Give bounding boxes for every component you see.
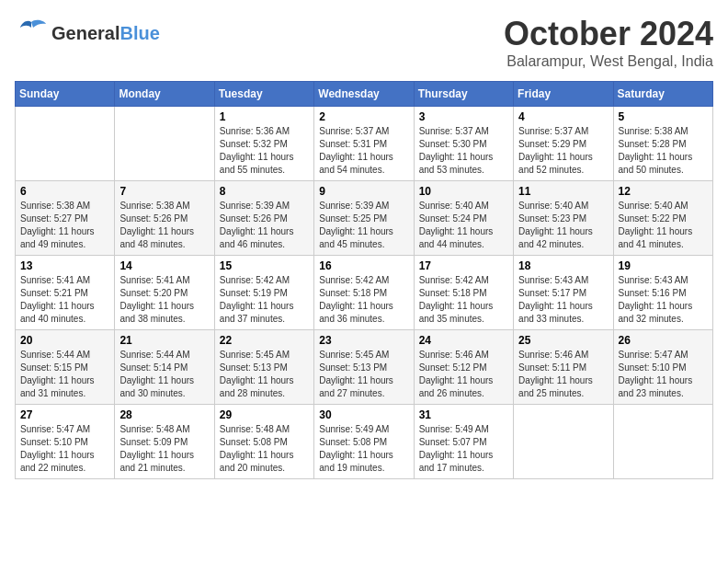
cell-info: Sunrise: 5:41 AMSunset: 5:20 PMDaylight:…	[119, 274, 209, 326]
calendar-cell: 9Sunrise: 5:39 AMSunset: 5:25 PMDaylight…	[314, 181, 414, 256]
cell-info: Sunrise: 5:48 AMSunset: 5:09 PMDaylight:…	[119, 423, 209, 475]
cell-info: Sunrise: 5:40 AMSunset: 5:23 PMDaylight:…	[518, 200, 608, 251]
cell-info: Sunrise: 5:38 AMSunset: 5:27 PMDaylight:…	[20, 200, 109, 251]
calendar-cell: 6Sunrise: 5:38 AMSunset: 5:27 PMDaylight…	[16, 181, 115, 256]
day-number: 2	[319, 110, 408, 123]
cell-info: Sunrise: 5:40 AMSunset: 5:22 PMDaylight:…	[619, 200, 708, 251]
calendar-cell: 15Sunrise: 5:42 AMSunset: 5:19 PMDayligh…	[214, 256, 313, 330]
calendar-cell: 25Sunrise: 5:46 AMSunset: 5:11 PMDayligh…	[514, 330, 613, 405]
calendar-cell	[613, 405, 712, 479]
calendar-week-row: 13Sunrise: 5:41 AMSunset: 5:21 PMDayligh…	[16, 256, 713, 330]
cell-info: Sunrise: 5:40 AMSunset: 5:24 PMDaylight:…	[419, 200, 508, 251]
day-number: 6	[20, 185, 109, 198]
cell-info: Sunrise: 5:46 AMSunset: 5:12 PMDaylight:…	[419, 349, 508, 400]
calendar-week-row: 27Sunrise: 5:47 AMSunset: 5:10 PMDayligh…	[16, 405, 713, 479]
title-area: October 2024 Balarampur, West Bengal, In…	[504, 15, 713, 70]
calendar-cell: 14Sunrise: 5:41 AMSunset: 5:20 PMDayligh…	[115, 256, 214, 330]
calendar-cell: 16Sunrise: 5:42 AMSunset: 5:18 PMDayligh…	[314, 256, 414, 330]
weekday-header-wednesday: Wednesday	[314, 82, 414, 107]
calendar-cell: 24Sunrise: 5:46 AMSunset: 5:12 PMDayligh…	[414, 330, 513, 405]
page-header: GeneralBlue October 2024 Balarampur, Wes…	[15, 15, 713, 70]
day-number: 29	[220, 408, 309, 421]
cell-info: Sunrise: 5:37 AMSunset: 5:31 PMDaylight:…	[319, 125, 408, 177]
day-number: 13	[20, 259, 109, 272]
day-number: 27	[20, 408, 109, 421]
day-number: 7	[119, 185, 209, 198]
calendar-cell: 5Sunrise: 5:38 AMSunset: 5:28 PMDaylight…	[613, 107, 712, 181]
logo-general: General	[51, 23, 119, 43]
calendar-table: SundayMondayTuesdayWednesdayThursdayFrid…	[15, 81, 713, 479]
day-number: 4	[518, 110, 608, 123]
cell-info: Sunrise: 5:42 AMSunset: 5:18 PMDaylight:…	[419, 274, 508, 326]
day-number: 15	[220, 259, 309, 272]
calendar-cell: 30Sunrise: 5:49 AMSunset: 5:08 PMDayligh…	[314, 405, 414, 479]
calendar-cell: 12Sunrise: 5:40 AMSunset: 5:22 PMDayligh…	[613, 181, 712, 256]
day-number: 5	[619, 110, 708, 123]
calendar-cell: 4Sunrise: 5:37 AMSunset: 5:29 PMDaylight…	[514, 107, 613, 181]
logo: GeneralBlue	[15, 15, 160, 52]
calendar-cell: 3Sunrise: 5:37 AMSunset: 5:30 PMDaylight…	[414, 107, 513, 181]
day-number: 24	[419, 334, 508, 347]
calendar-cell: 10Sunrise: 5:40 AMSunset: 5:24 PMDayligh…	[414, 181, 513, 256]
cell-info: Sunrise: 5:37 AMSunset: 5:29 PMDaylight:…	[518, 125, 608, 177]
cell-info: Sunrise: 5:42 AMSunset: 5:19 PMDaylight:…	[220, 274, 309, 326]
day-number: 8	[220, 185, 309, 198]
cell-info: Sunrise: 5:47 AMSunset: 5:10 PMDaylight:…	[20, 423, 109, 475]
calendar-cell: 13Sunrise: 5:41 AMSunset: 5:21 PMDayligh…	[16, 256, 115, 330]
day-number: 20	[20, 334, 109, 347]
calendar-cell: 11Sunrise: 5:40 AMSunset: 5:23 PMDayligh…	[514, 181, 613, 256]
cell-info: Sunrise: 5:48 AMSunset: 5:08 PMDaylight:…	[220, 423, 309, 475]
day-number: 21	[119, 334, 209, 347]
cell-info: Sunrise: 5:38 AMSunset: 5:26 PMDaylight:…	[119, 200, 209, 251]
calendar-week-row: 1Sunrise: 5:36 AMSunset: 5:32 PMDaylight…	[16, 107, 713, 181]
day-number: 10	[419, 185, 508, 198]
day-number: 9	[319, 185, 408, 198]
day-number: 11	[518, 185, 608, 198]
cell-info: Sunrise: 5:44 AMSunset: 5:15 PMDaylight:…	[20, 349, 109, 400]
day-number: 17	[419, 259, 508, 272]
calendar-cell: 2Sunrise: 5:37 AMSunset: 5:31 PMDaylight…	[314, 107, 414, 181]
calendar-cell: 23Sunrise: 5:45 AMSunset: 5:13 PMDayligh…	[314, 330, 414, 405]
calendar-cell	[514, 405, 613, 479]
calendar-cell: 20Sunrise: 5:44 AMSunset: 5:15 PMDayligh…	[16, 330, 115, 405]
weekday-header-monday: Monday	[115, 82, 214, 107]
day-number: 3	[419, 110, 508, 123]
day-number: 19	[619, 259, 708, 272]
calendar-cell: 31Sunrise: 5:49 AMSunset: 5:07 PMDayligh…	[414, 405, 513, 479]
calendar-cell: 17Sunrise: 5:42 AMSunset: 5:18 PMDayligh…	[414, 256, 513, 330]
calendar-cell: 22Sunrise: 5:45 AMSunset: 5:13 PMDayligh…	[214, 330, 313, 405]
day-number: 30	[319, 408, 408, 421]
calendar-cell: 1Sunrise: 5:36 AMSunset: 5:32 PMDaylight…	[214, 107, 313, 181]
day-number: 12	[619, 185, 708, 198]
weekday-header-thursday: Thursday	[414, 82, 513, 107]
logo-icon	[15, 15, 48, 52]
cell-info: Sunrise: 5:43 AMSunset: 5:16 PMDaylight:…	[619, 274, 708, 326]
cell-info: Sunrise: 5:46 AMSunset: 5:11 PMDaylight:…	[518, 349, 608, 400]
calendar-cell: 29Sunrise: 5:48 AMSunset: 5:08 PMDayligh…	[214, 405, 313, 479]
cell-info: Sunrise: 5:45 AMSunset: 5:13 PMDaylight:…	[220, 349, 309, 400]
cell-info: Sunrise: 5:38 AMSunset: 5:28 PMDaylight:…	[619, 125, 708, 177]
cell-info: Sunrise: 5:36 AMSunset: 5:32 PMDaylight:…	[220, 125, 309, 177]
calendar-cell: 26Sunrise: 5:47 AMSunset: 5:10 PMDayligh…	[613, 330, 712, 405]
day-number: 1	[220, 110, 309, 123]
cell-info: Sunrise: 5:43 AMSunset: 5:17 PMDaylight:…	[518, 274, 608, 326]
weekday-header-tuesday: Tuesday	[214, 82, 313, 107]
calendar-cell	[115, 107, 214, 181]
calendar-cell: 18Sunrise: 5:43 AMSunset: 5:17 PMDayligh…	[514, 256, 613, 330]
cell-info: Sunrise: 5:47 AMSunset: 5:10 PMDaylight:…	[619, 349, 708, 400]
day-number: 18	[518, 259, 608, 272]
cell-info: Sunrise: 5:42 AMSunset: 5:18 PMDaylight:…	[319, 274, 408, 326]
calendar-cell: 19Sunrise: 5:43 AMSunset: 5:16 PMDayligh…	[613, 256, 712, 330]
weekday-header-friday: Friday	[514, 82, 613, 107]
logo-text: GeneralBlue	[51, 23, 160, 43]
day-number: 23	[319, 334, 408, 347]
month-title: October 2024	[504, 15, 713, 53]
cell-info: Sunrise: 5:39 AMSunset: 5:25 PMDaylight:…	[319, 200, 408, 251]
calendar-week-row: 20Sunrise: 5:44 AMSunset: 5:15 PMDayligh…	[16, 330, 713, 405]
weekday-header-row: SundayMondayTuesdayWednesdayThursdayFrid…	[16, 82, 713, 107]
location: Balarampur, West Bengal, India	[504, 53, 713, 70]
calendar-cell: 7Sunrise: 5:38 AMSunset: 5:26 PMDaylight…	[115, 181, 214, 256]
cell-info: Sunrise: 5:49 AMSunset: 5:08 PMDaylight:…	[319, 423, 408, 475]
calendar-cell: 27Sunrise: 5:47 AMSunset: 5:10 PMDayligh…	[16, 405, 115, 479]
weekday-header-saturday: Saturday	[613, 82, 712, 107]
